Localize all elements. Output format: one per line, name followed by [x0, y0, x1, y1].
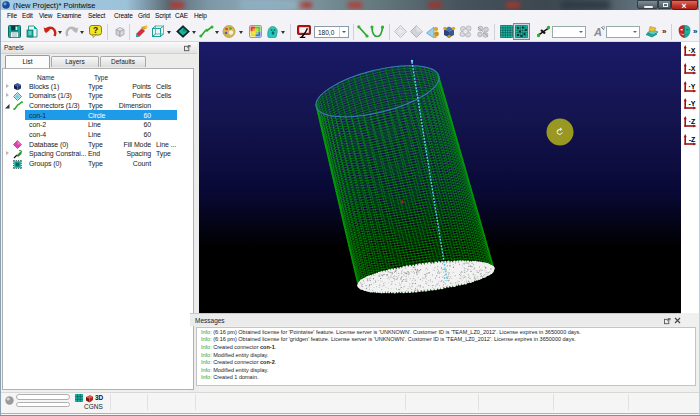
svg-text:-Y: -Y [689, 100, 696, 107]
svg-text:-X: -X [689, 65, 696, 72]
svg-text:·Y: ·Y [689, 83, 696, 90]
svg-text:·X: ·X [689, 47, 696, 54]
svg-text:·Z: ·Z [689, 118, 696, 125]
svg-text:-Z: -Z [689, 136, 696, 143]
